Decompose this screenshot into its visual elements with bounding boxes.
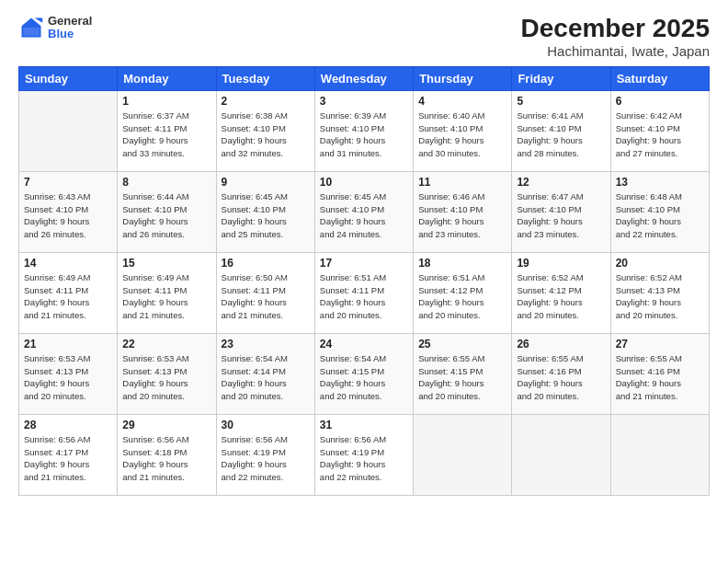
day-number: 4 (418, 95, 506, 108)
calendar-cell: 2Sunrise: 6:38 AM Sunset: 4:10 PM Daylig… (216, 90, 314, 171)
calendar-week-row: 14Sunrise: 6:49 AM Sunset: 4:11 PM Dayli… (19, 252, 710, 333)
day-info: Sunrise: 6:47 AM Sunset: 4:10 PM Dayligh… (517, 190, 605, 241)
logo: General Blue (18, 15, 92, 41)
calendar-week-row: 21Sunrise: 6:53 AM Sunset: 4:13 PM Dayli… (19, 333, 710, 414)
calendar-cell: 18Sunrise: 6:51 AM Sunset: 4:12 PM Dayli… (414, 252, 512, 333)
calendar-cell (414, 414, 512, 495)
weekday-header: Sunday (19, 66, 118, 90)
day-info: Sunrise: 6:55 AM Sunset: 4:15 PM Dayligh… (418, 352, 506, 403)
calendar-cell: 3Sunrise: 6:39 AM Sunset: 4:10 PM Daylig… (314, 90, 413, 171)
day-info: Sunrise: 6:54 AM Sunset: 4:15 PM Dayligh… (320, 352, 408, 403)
calendar-cell: 16Sunrise: 6:50 AM Sunset: 4:11 PM Dayli… (216, 252, 314, 333)
calendar-table: SundayMondayTuesdayWednesdayThursdayFrid… (18, 66, 710, 496)
day-info: Sunrise: 6:52 AM Sunset: 4:13 PM Dayligh… (616, 271, 704, 322)
day-number: 1 (122, 95, 210, 108)
day-number: 13 (616, 176, 704, 189)
day-number: 28 (24, 419, 112, 431)
day-info: Sunrise: 6:56 AM Sunset: 4:19 PM Dayligh… (222, 433, 310, 484)
day-info: Sunrise: 6:49 AM Sunset: 4:11 PM Dayligh… (122, 271, 210, 322)
weekday-header: Thursday (414, 66, 512, 90)
calendar-cell (610, 414, 709, 495)
day-number: 20 (616, 257, 704, 270)
day-info: Sunrise: 6:51 AM Sunset: 4:11 PM Dayligh… (320, 271, 408, 322)
calendar-cell: 14Sunrise: 6:49 AM Sunset: 4:11 PM Dayli… (19, 252, 118, 333)
day-number: 6 (616, 95, 704, 108)
day-info: Sunrise: 6:52 AM Sunset: 4:12 PM Dayligh… (517, 271, 605, 322)
calendar-cell (512, 414, 610, 495)
calendar-cell: 6Sunrise: 6:42 AM Sunset: 4:10 PM Daylig… (610, 90, 709, 171)
weekday-header: Monday (118, 66, 216, 90)
day-info: Sunrise: 6:38 AM Sunset: 4:10 PM Dayligh… (222, 109, 310, 160)
day-info: Sunrise: 6:46 AM Sunset: 4:10 PM Dayligh… (418, 190, 506, 241)
logo-icon (18, 15, 44, 40)
day-info: Sunrise: 6:43 AM Sunset: 4:10 PM Dayligh… (24, 190, 112, 241)
day-number: 17 (320, 257, 408, 270)
calendar-cell: 7Sunrise: 6:43 AM Sunset: 4:10 PM Daylig… (19, 171, 118, 252)
calendar-cell: 24Sunrise: 6:54 AM Sunset: 4:15 PM Dayli… (314, 333, 413, 414)
logo-general: General (48, 15, 92, 28)
day-info: Sunrise: 6:55 AM Sunset: 4:16 PM Dayligh… (616, 352, 704, 403)
day-info: Sunrise: 6:41 AM Sunset: 4:10 PM Dayligh… (517, 109, 605, 160)
day-info: Sunrise: 6:39 AM Sunset: 4:10 PM Dayligh… (320, 109, 408, 160)
page-title: December 2025 (521, 15, 710, 43)
day-info: Sunrise: 6:44 AM Sunset: 4:10 PM Dayligh… (122, 190, 210, 241)
day-info: Sunrise: 6:50 AM Sunset: 4:11 PM Dayligh… (222, 271, 310, 322)
svg-rect-2 (23, 28, 40, 36)
title-block: December 2025 Hachimantai, Iwate, Japan (521, 15, 710, 59)
calendar-cell (19, 90, 118, 171)
day-number: 3 (320, 95, 408, 108)
day-info: Sunrise: 6:53 AM Sunset: 4:13 PM Dayligh… (24, 352, 112, 403)
day-number: 31 (320, 419, 408, 431)
day-info: Sunrise: 6:56 AM Sunset: 4:17 PM Dayligh… (24, 433, 112, 484)
day-number: 8 (122, 176, 210, 189)
logo-text: General Blue (48, 15, 92, 41)
weekday-header: Wednesday (314, 66, 413, 90)
day-number: 23 (222, 338, 310, 350)
calendar-cell: 1Sunrise: 6:37 AM Sunset: 4:11 PM Daylig… (118, 90, 216, 171)
day-info: Sunrise: 6:51 AM Sunset: 4:12 PM Dayligh… (418, 271, 506, 322)
day-number: 12 (517, 176, 605, 189)
day-info: Sunrise: 6:45 AM Sunset: 4:10 PM Dayligh… (222, 190, 310, 241)
weekday-header: Tuesday (216, 66, 314, 90)
day-number: 5 (517, 95, 605, 108)
calendar-cell: 26Sunrise: 6:55 AM Sunset: 4:16 PM Dayli… (512, 333, 610, 414)
day-number: 26 (517, 338, 605, 350)
day-info: Sunrise: 6:48 AM Sunset: 4:10 PM Dayligh… (616, 190, 704, 241)
calendar-week-row: 7Sunrise: 6:43 AM Sunset: 4:10 PM Daylig… (19, 171, 710, 252)
day-info: Sunrise: 6:42 AM Sunset: 4:10 PM Dayligh… (616, 109, 704, 160)
day-info: Sunrise: 6:45 AM Sunset: 4:10 PM Dayligh… (320, 190, 408, 241)
day-number: 10 (320, 176, 408, 189)
calendar-header-row: SundayMondayTuesdayWednesdayThursdayFrid… (19, 66, 710, 90)
day-number: 16 (222, 257, 310, 270)
day-number: 21 (24, 338, 112, 350)
calendar-cell: 9Sunrise: 6:45 AM Sunset: 4:10 PM Daylig… (216, 171, 314, 252)
logo-blue: Blue (48, 28, 92, 40)
calendar-cell: 25Sunrise: 6:55 AM Sunset: 4:15 PM Dayli… (414, 333, 512, 414)
calendar-cell: 27Sunrise: 6:55 AM Sunset: 4:16 PM Dayli… (610, 333, 709, 414)
day-info: Sunrise: 6:54 AM Sunset: 4:14 PM Dayligh… (222, 352, 310, 403)
calendar-week-row: 1Sunrise: 6:37 AM Sunset: 4:11 PM Daylig… (19, 90, 710, 171)
day-number: 15 (122, 257, 210, 270)
calendar-cell: 28Sunrise: 6:56 AM Sunset: 4:17 PM Dayli… (19, 414, 118, 495)
calendar-cell: 10Sunrise: 6:45 AM Sunset: 4:10 PM Dayli… (314, 171, 413, 252)
calendar-cell: 11Sunrise: 6:46 AM Sunset: 4:10 PM Dayli… (414, 171, 512, 252)
day-number: 2 (222, 95, 310, 108)
day-info: Sunrise: 6:40 AM Sunset: 4:10 PM Dayligh… (418, 109, 506, 160)
calendar-cell: 15Sunrise: 6:49 AM Sunset: 4:11 PM Dayli… (118, 252, 216, 333)
day-info: Sunrise: 6:53 AM Sunset: 4:13 PM Dayligh… (122, 352, 210, 403)
header: General Blue December 2025 Hachimantai, … (18, 15, 710, 59)
page-subtitle: Hachimantai, Iwate, Japan (521, 43, 710, 59)
day-number: 18 (418, 257, 506, 270)
calendar-cell: 17Sunrise: 6:51 AM Sunset: 4:11 PM Dayli… (314, 252, 413, 333)
calendar-cell: 20Sunrise: 6:52 AM Sunset: 4:13 PM Dayli… (610, 252, 709, 333)
day-info: Sunrise: 6:56 AM Sunset: 4:18 PM Dayligh… (122, 433, 210, 484)
day-number: 7 (24, 176, 112, 189)
calendar-cell: 21Sunrise: 6:53 AM Sunset: 4:13 PM Dayli… (19, 333, 118, 414)
calendar-cell: 13Sunrise: 6:48 AM Sunset: 4:10 PM Dayli… (610, 171, 709, 252)
day-info: Sunrise: 6:56 AM Sunset: 4:19 PM Dayligh… (320, 433, 408, 484)
day-number: 30 (222, 419, 310, 431)
calendar-cell: 29Sunrise: 6:56 AM Sunset: 4:18 PM Dayli… (118, 414, 216, 495)
day-number: 24 (320, 338, 408, 350)
calendar-cell: 12Sunrise: 6:47 AM Sunset: 4:10 PM Dayli… (512, 171, 610, 252)
weekday-header: Friday (512, 66, 610, 90)
